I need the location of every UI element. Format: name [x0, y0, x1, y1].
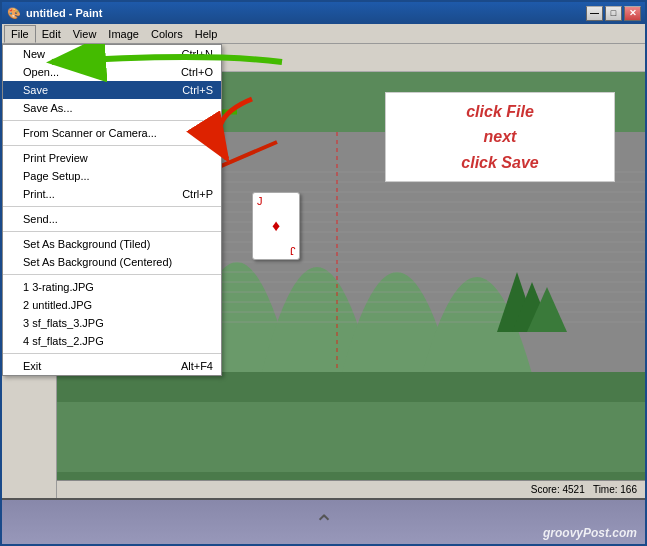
file-dropdown-menu: New Ctrl+N Open... Ctrl+O Save Ctrl+S Sa…: [2, 44, 222, 376]
menu-item-bg-centered[interactable]: Set As Background (Centered): [3, 253, 221, 271]
card-bottom-right: J: [290, 245, 296, 257]
paint-window: 🎨 untitled - Paint — □ ✕ File Edit View …: [0, 0, 647, 546]
scroll-chevron[interactable]: ⌃: [314, 510, 334, 538]
menu-item-recent-2[interactable]: 2 untitled.JPG: [3, 296, 221, 314]
menu-item-scanner[interactable]: From Scanner or Camera...: [3, 124, 221, 142]
card-top-left: J: [257, 195, 263, 207]
menu-colors[interactable]: Colors: [145, 26, 189, 42]
instruction-line1: click File: [466, 99, 534, 125]
menu-edit[interactable]: Edit: [36, 26, 67, 42]
menu-image[interactable]: Image: [102, 26, 145, 42]
menu-item-recent-4[interactable]: 4 sf_flats_2.JPG: [3, 332, 221, 350]
close-button[interactable]: ✕: [624, 6, 641, 21]
separator-6: [3, 353, 221, 354]
separator-1: [3, 120, 221, 121]
canvas-status-bar: Score: 4521 Time: 166: [57, 480, 645, 498]
menu-view[interactable]: View: [67, 26, 103, 42]
separator-5: [3, 274, 221, 275]
svg-rect-23: [57, 372, 645, 402]
minimize-button[interactable]: —: [586, 6, 603, 21]
separator-2: [3, 145, 221, 146]
menu-item-open[interactable]: Open... Ctrl+O: [3, 63, 221, 81]
menu-item-recent-3[interactable]: 3 sf_flats_3.JPG: [3, 314, 221, 332]
app-icon: 🎨: [6, 5, 22, 21]
separator-3: [3, 206, 221, 207]
menu-item-exit[interactable]: Exit Alt+F4: [3, 357, 221, 375]
instruction-line3: click Save: [461, 150, 538, 176]
instruction-line2: next: [484, 124, 517, 150]
separator-4: [3, 231, 221, 232]
game-card: J ♦ J: [252, 192, 300, 260]
menu-item-new[interactable]: New Ctrl+N: [3, 45, 221, 63]
window-controls: — □ ✕: [586, 6, 641, 21]
card-center: ♦: [272, 217, 280, 235]
menu-item-recent-1[interactable]: 1 3-rating.JPG: [3, 278, 221, 296]
instruction-box: click File next click Save: [385, 92, 615, 182]
window-title: untitled - Paint: [26, 7, 586, 19]
menu-item-saveas[interactable]: Save As...: [3, 99, 221, 117]
bottom-panel: ⌃ groovyPost.com: [2, 498, 645, 546]
maximize-button[interactable]: □: [605, 6, 622, 21]
title-bar: 🎨 untitled - Paint — □ ✕: [2, 2, 645, 24]
menu-item-print[interactable]: Print... Ctrl+P: [3, 185, 221, 203]
menu-bar: File Edit View Image Colors Help: [2, 24, 645, 44]
score-text: Score: 4521 Time: 166: [531, 484, 637, 495]
menu-item-send[interactable]: Send...: [3, 210, 221, 228]
menu-item-bg-tiled[interactable]: Set As Background (Tiled): [3, 235, 221, 253]
watermark: groovyPost.com: [543, 526, 637, 540]
menu-file[interactable]: File: [4, 25, 36, 43]
menu-help[interactable]: Help: [189, 26, 224, 42]
menu-item-printpreview[interactable]: Print Preview: [3, 149, 221, 167]
menu-item-pagesetup[interactable]: Page Setup...: [3, 167, 221, 185]
menu-item-save[interactable]: Save Ctrl+S: [3, 81, 221, 99]
